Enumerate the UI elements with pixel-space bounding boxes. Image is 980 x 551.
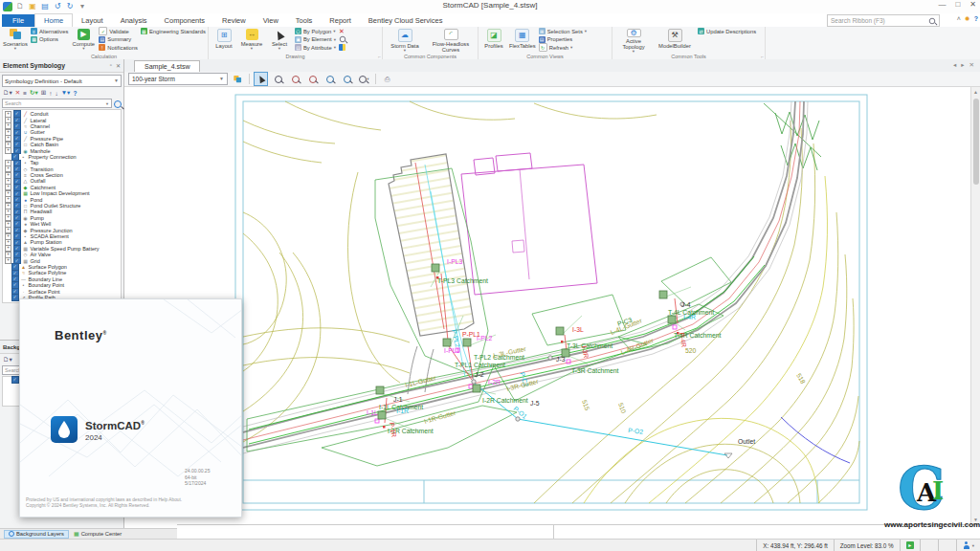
minimize-button[interactable]: —: [938, 0, 946, 9]
zoom-in-icon[interactable]: [288, 72, 302, 86]
expand-icon[interactable]: +: [5, 257, 11, 264]
zoom-out-icon[interactable]: [305, 72, 320, 86]
dock-tab-compute-center[interactable]: ▦Compute Center: [70, 530, 125, 539]
modelbuilder-button[interactable]: ⚒ ModelBuilder: [655, 28, 695, 53]
node-j-3[interactable]: [548, 356, 552, 360]
summary-button[interactable]: ▤Summary: [99, 36, 138, 44]
filter-icon[interactable]: ▼▾: [61, 89, 71, 97]
tab-view[interactable]: View: [255, 14, 287, 27]
symbology-definition-select[interactable]: Symbology Definition - Default▼: [2, 75, 122, 87]
close-button[interactable]: ✕: [969, 0, 976, 9]
engineering-standards-button[interactable]: ▦Engineering Standards: [141, 28, 206, 35]
help-icon[interactable]: ?: [73, 90, 77, 97]
by-polygon-button[interactable]: ⬠By Polygon▾: [295, 28, 336, 35]
expand-icon[interactable]: +: [5, 147, 11, 154]
print-icon[interactable]: ⎙: [380, 72, 394, 86]
style-picker-button[interactable]: [339, 44, 346, 52]
tab-bentley-cloud-services[interactable]: Bentley Cloud Services: [360, 14, 452, 27]
node-i-4l[interactable]: [659, 291, 667, 298]
measure-button[interactable]: ↔ Measure▾: [239, 28, 264, 53]
refresh-icon[interactable]: ↻▾: [30, 89, 38, 97]
select-tool-icon[interactable]: [254, 72, 268, 86]
scenarios-button[interactable]: Scenarios▾: [3, 28, 28, 53]
flow-headloss-curves-icon: ◜: [444, 29, 458, 40]
new-item-icon[interactable]: 🗋▾: [3, 356, 12, 364]
storm-data-button[interactable]: ☁ Storm Data▾: [386, 28, 424, 53]
by-attribute-button[interactable]: ▤By Attribute▾: [295, 44, 336, 52]
compute-button[interactable]: ▶ Compute▾: [71, 28, 96, 53]
scenario-select[interactable]: 100-year Storm▼: [128, 73, 228, 85]
tab-layout[interactable]: Layout: [73, 14, 112, 27]
help-icon[interactable]: ?: [974, 15, 978, 23]
tab-file[interactable]: File: [2, 14, 34, 27]
zoom-previous-icon[interactable]: ▾: [357, 72, 371, 86]
scrollbar-thumb[interactable]: [973, 99, 979, 185]
zoom-center-icon[interactable]: [323, 72, 337, 86]
expand-all-icon[interactable]: ⊞: [41, 89, 46, 97]
rename-icon[interactable]: ≡: [23, 90, 27, 97]
node-i-1l[interactable]: [376, 386, 384, 394]
tab-close-icon[interactable]: ✕: [969, 61, 974, 69]
node-outlet[interactable]: [724, 453, 732, 458]
node-i-2r[interactable]: [473, 385, 480, 392]
ribbon-search-box[interactable]: Search Ribbon (F3): [827, 14, 940, 27]
tab-home[interactable]: Home: [34, 13, 73, 27]
refresh-button[interactable]: ↻Refresh▾: [539, 44, 587, 52]
flow-headloss-curves-button[interactable]: ◜ Flow-Headloss Curves: [427, 28, 475, 53]
maximize-button[interactable]: □: [955, 0, 960, 9]
pin-icon[interactable]: ▫: [110, 62, 112, 69]
drawing-canvas[interactable]: T-PL3 CatchmentT-PL2 CatchmentT-PL1 Catc…: [124, 87, 970, 524]
zoom-extents-icon[interactable]: [271, 72, 285, 86]
alternatives-button[interactable]: ≡Alternatives: [31, 28, 68, 35]
node-i-pl2[interactable]: [463, 339, 471, 346]
tab-analysis[interactable]: Analysis: [112, 14, 156, 27]
select-button[interactable]: Select▾: [267, 28, 292, 53]
whats-new-icon[interactable]: ✹: [965, 15, 970, 23]
cad-label-i-2r-catchment: I-2R Catchment: [482, 397, 528, 404]
update-descriptions-button[interactable]: ⇄Update Descriptions: [698, 28, 756, 35]
conduit-icon: ╱: [23, 111, 29, 117]
flextables-button[interactable]: ▦ FlexTables: [509, 28, 536, 53]
tab-scroll-right-icon[interactable]: ▸: [961, 61, 964, 69]
tab-components[interactable]: Components: [156, 14, 214, 27]
checkbox[interactable]: ✓: [11, 376, 19, 384]
collapse-ribbon-icon[interactable]: ˄: [957, 15, 961, 23]
tab-report[interactable]: Report: [321, 14, 360, 27]
scenario-manager-icon[interactable]: [231, 72, 245, 86]
active-topology-button[interactable]: ⚙ Active Topology▾: [615, 28, 652, 53]
selection-sets-button[interactable]: ⊞Selection Sets▾: [539, 28, 587, 35]
layout-button[interactable]: ⊞ Layout: [212, 28, 236, 53]
checkbox[interactable]: ✓: [11, 294, 19, 301]
compute-status-pane[interactable]: ▸: [900, 540, 920, 551]
search-icon[interactable]: [114, 100, 122, 108]
validate-button[interactable]: ✓Validate: [99, 28, 138, 35]
move-up-icon[interactable]: ↑: [49, 90, 52, 97]
properties-button[interactable]: ▤Properties: [539, 36, 587, 44]
node-j-2[interactable]: [472, 380, 476, 384]
node-i-1r[interactable]: [378, 411, 386, 419]
move-down-icon[interactable]: ↓: [55, 90, 57, 97]
by-element-button[interactable]: ▣By Element▾: [295, 36, 336, 44]
node-i-4r[interactable]: [668, 316, 676, 323]
profiles-button[interactable]: ◪ Profiles: [481, 28, 506, 53]
zoom-window-icon[interactable]: [340, 72, 354, 86]
node-j-5[interactable]: [516, 417, 520, 421]
delete-icon[interactable]: ✕: [15, 89, 20, 97]
tab-scroll-left-icon[interactable]: ◂: [953, 61, 956, 69]
find-element-button[interactable]: [339, 36, 346, 44]
dock-tab-background-layers[interactable]: Background Layers: [4, 530, 69, 539]
clear-selection-button[interactable]: ✕: [339, 28, 346, 35]
new-item-icon[interactable]: 🗋▾: [3, 89, 12, 97]
node-i-pl3[interactable]: [432, 264, 439, 272]
node-i-3l[interactable]: [556, 327, 564, 335]
options-button[interactable]: ▦Options: [31, 36, 68, 44]
symbology-search-input[interactable]: Search▼: [2, 99, 112, 108]
zoom-level-pane[interactable]: Zoom Level: 83.0 %: [834, 540, 900, 551]
node-i-pl1[interactable]: [443, 339, 451, 346]
tab-review[interactable]: Review: [213, 14, 255, 27]
scroll-up-icon[interactable]: ▲: [973, 89, 978, 95]
panel-close-icon[interactable]: ✕: [116, 62, 121, 69]
notifications-button[interactable]: !Notifications: [99, 44, 138, 52]
user-pane[interactable]: ▾: [956, 540, 980, 551]
tab-tools[interactable]: Tools: [287, 14, 322, 27]
